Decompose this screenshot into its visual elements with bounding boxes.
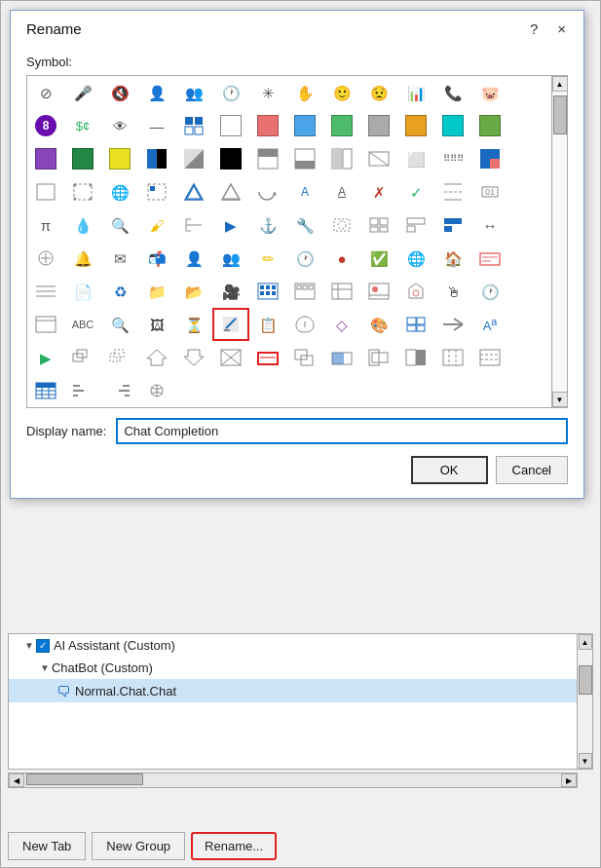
symbol-cell[interactable] bbox=[249, 142, 286, 175]
symbol-cell[interactable] bbox=[27, 175, 64, 208]
symbol-cell[interactable]: $¢ bbox=[64, 109, 101, 142]
tree-row-normal-chat[interactable]: 🗨 Normal.Chat.Chat bbox=[9, 679, 592, 702]
symbol-cell[interactable] bbox=[323, 275, 360, 308]
symbol-cell[interactable]: ✉ bbox=[101, 242, 138, 275]
h-scroll-thumb[interactable] bbox=[26, 774, 143, 785]
symbol-cell[interactable]: 🐷 bbox=[471, 76, 508, 109]
symbol-cell[interactable] bbox=[323, 142, 360, 175]
symbol-cell[interactable]: 📄 bbox=[64, 275, 101, 308]
symbol-cell[interactable]: 🖼 bbox=[138, 308, 175, 341]
symbol-cell[interactable]: ✋ bbox=[286, 76, 323, 109]
symbol-cell[interactable]: ✓ bbox=[397, 175, 434, 208]
symbol-cell[interactable]: 🏠 bbox=[434, 242, 471, 275]
selected-symbol-cell[interactable] bbox=[212, 308, 249, 341]
symbol-cell[interactable]: ↔ bbox=[471, 208, 508, 242]
symbol-cell[interactable] bbox=[27, 374, 64, 407]
symbol-cell[interactable] bbox=[323, 341, 360, 374]
symbol-cell[interactable]: 🎥 bbox=[212, 275, 249, 308]
scroll-up-btn[interactable]: ▲ bbox=[579, 634, 592, 650]
symbol-cell[interactable]: Aa bbox=[471, 308, 508, 341]
grid-scroll-up-btn[interactable]: ▲ bbox=[552, 76, 568, 92]
symbol-cell[interactable]: 👤 bbox=[138, 76, 175, 109]
symbol-cell[interactable] bbox=[249, 109, 286, 142]
symbol-cell[interactable]: 🔧 bbox=[286, 208, 323, 242]
h-scroll-right-btn[interactable]: ▶ bbox=[561, 774, 577, 787]
symbol-cell[interactable]: 🌐 bbox=[101, 175, 138, 208]
symbol-cell[interactable] bbox=[212, 175, 249, 208]
symbol-cell[interactable] bbox=[27, 142, 64, 175]
symbol-cell[interactable]: ⏳ bbox=[175, 308, 212, 341]
symbol-cell[interactable] bbox=[397, 208, 434, 242]
symbol-cell[interactable] bbox=[360, 142, 397, 175]
symbol-cell[interactable]: ⠿⠿⠿ bbox=[434, 142, 471, 175]
new-tab-button[interactable]: New Tab bbox=[8, 832, 86, 860]
symbol-cell[interactable] bbox=[286, 341, 323, 374]
symbol-cell[interactable]: 🖱 bbox=[434, 275, 471, 308]
symbol-cell[interactable] bbox=[471, 142, 508, 175]
symbol-cell[interactable]: 🔍 bbox=[101, 208, 138, 242]
symbol-cell[interactable]: 📋 bbox=[249, 308, 286, 341]
symbol-cell[interactable] bbox=[138, 374, 175, 407]
symbol-cell[interactable]: 🎤 bbox=[64, 76, 101, 109]
symbol-cell[interactable]: 🌐 bbox=[397, 242, 434, 275]
symbol-cell[interactable] bbox=[286, 275, 323, 308]
symbol-cell[interactable] bbox=[175, 142, 212, 175]
symbol-cell[interactable] bbox=[397, 275, 434, 308]
new-group-button[interactable]: New Group bbox=[92, 832, 185, 860]
symbol-cell[interactable]: 🕐 bbox=[471, 275, 508, 308]
symbol-cell[interactable] bbox=[323, 208, 360, 242]
tree-scrollbar[interactable]: ▲ ▼ bbox=[577, 634, 592, 769]
ok-button[interactable]: OK bbox=[411, 456, 488, 484]
symbol-cell[interactable] bbox=[138, 175, 175, 208]
symbol-cell[interactable] bbox=[212, 109, 249, 142]
symbol-cell[interactable] bbox=[434, 341, 471, 374]
symbol-cell[interactable] bbox=[138, 142, 175, 175]
symbol-cell[interactable]: 📞 bbox=[434, 76, 471, 109]
symbol-cell[interactable] bbox=[27, 242, 64, 275]
symbol-grid-scrollbar[interactable]: ▲ ▼ bbox=[551, 76, 567, 407]
symbol-cell[interactable] bbox=[471, 109, 508, 142]
symbol-cell[interactable]: A bbox=[286, 175, 323, 208]
symbol-cell[interactable] bbox=[175, 109, 212, 142]
symbol-cell[interactable] bbox=[64, 142, 101, 175]
grid-scroll-track[interactable] bbox=[553, 92, 567, 392]
symbol-cell[interactable] bbox=[175, 175, 212, 208]
symbol-cell[interactable] bbox=[360, 109, 397, 142]
display-name-input[interactable] bbox=[116, 418, 568, 444]
symbol-cell[interactable]: 🔔 bbox=[64, 242, 101, 275]
symbol-cell[interactable]: A bbox=[323, 175, 360, 208]
symbol-cell[interactable]: ✅ bbox=[360, 242, 397, 275]
symbol-cell[interactable] bbox=[64, 341, 101, 374]
symbol-cell[interactable]: 👤 bbox=[175, 242, 212, 275]
grid-scroll-down-btn[interactable]: ▼ bbox=[552, 392, 568, 407]
symbol-cell[interactable]: ● bbox=[323, 242, 360, 275]
symbol-cell[interactable]: ⬜ bbox=[397, 142, 434, 175]
symbol-cell[interactable] bbox=[397, 308, 434, 341]
symbol-cell[interactable]: ABC bbox=[64, 308, 101, 341]
symbol-cell[interactable]: 💧 bbox=[64, 208, 101, 242]
symbol-cell[interactable]: ⊘ bbox=[27, 76, 64, 109]
symbol-cell[interactable]: 📬 bbox=[138, 242, 175, 275]
symbol-cell[interactable] bbox=[27, 275, 64, 308]
symbol-cell[interactable]: ◇ bbox=[323, 308, 360, 341]
symbol-cell[interactable] bbox=[434, 208, 471, 242]
symbol-cell[interactable] bbox=[64, 175, 101, 208]
symbol-cell[interactable] bbox=[27, 308, 64, 341]
symbol-cell[interactable] bbox=[360, 341, 397, 374]
symbol-cell[interactable]: 📊 bbox=[397, 76, 434, 109]
symbol-cell[interactable] bbox=[249, 275, 286, 308]
symbol-cell[interactable] bbox=[249, 341, 286, 374]
close-button[interactable]: × bbox=[551, 19, 572, 39]
symbol-cell[interactable]: ♻ bbox=[101, 275, 138, 308]
symbol-cell[interactable]: 📁 bbox=[138, 275, 175, 308]
h-scroll-left-btn[interactable]: ◀ bbox=[9, 774, 24, 787]
symbol-cell[interactable] bbox=[212, 142, 249, 175]
help-button[interactable]: ? bbox=[524, 19, 544, 39]
symbol-cell[interactable] bbox=[286, 109, 323, 142]
symbol-cell[interactable] bbox=[434, 308, 471, 341]
symbol-cell[interactable]: 🎨 bbox=[360, 308, 397, 341]
symbol-cell[interactable]: ✳ bbox=[249, 76, 286, 109]
symbol-cell[interactable]: ✏ bbox=[249, 242, 286, 275]
symbol-cell[interactable] bbox=[471, 242, 508, 275]
symbol-cell[interactable]: ▶ bbox=[27, 341, 64, 374]
